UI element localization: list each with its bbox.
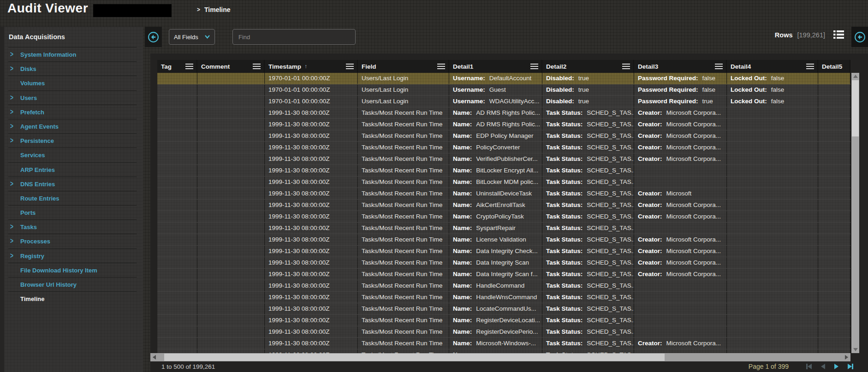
column-header-timestamp[interactable]: Timestamp↑ [265,60,358,73]
field-selector-dropdown[interactable]: All Fields [169,29,215,45]
sidebar-item-label: Processes [20,234,50,248]
column-header-tag[interactable]: Tag [157,60,197,73]
sidebar-item-arp-entries[interactable]: ARP Entries [8,162,137,177]
table-row[interactable]: 1999-11-30 08:00:00ZTasks/Most Recent Ru… [157,292,850,303]
vertical-scrollbar-thumb[interactable] [852,80,859,136]
detail-label: Task Status: [546,190,583,197]
scroll-up-arrow-icon[interactable] [853,75,858,78]
sidebar-item-dns-entries[interactable]: >DNS Entries [8,177,137,191]
next-page-button[interactable] [834,364,838,369]
table-row[interactable]: 1999-11-30 08:00:00ZTasks/Most Recent Ru… [157,154,850,165]
column-header-detail3[interactable]: Detail3 [634,60,727,73]
sidebar-item-file-download-history-item[interactable]: File Download History Item [8,263,137,277]
sidebar-item-volumes[interactable]: Volumes [8,76,137,90]
horizontal-scrollbar[interactable] [150,353,850,361]
table-row[interactable]: 1999-11-30 08:00:00ZTasks/Most Recent Ru… [157,257,850,269]
find-input[interactable] [232,29,356,45]
column-menu-icon[interactable] [715,64,723,69]
column-header-detail1[interactable]: Detail1 [449,60,542,73]
table-row[interactable]: 1999-11-30 08:00:00ZTasks/Most Recent Ru… [157,269,850,280]
tag-cell [157,303,197,314]
column-header-detail5[interactable]: Detail5 [818,60,850,73]
table-row[interactable]: 1999-11-30 08:00:00ZTasks/Most Recent Ru… [157,119,850,130]
circle-arrow-left-icon [854,31,866,43]
column-header-comment[interactable]: Comment [197,60,265,73]
sidebar-item-processes[interactable]: >Processes [8,234,137,248]
table-row[interactable]: 1999-11-30 08:00:00ZTasks/Most Recent Ru… [157,280,850,292]
table-body: 1970-01-01 00:00:00ZUsers/Last LoginUser… [157,73,850,353]
sidebar-item-tasks[interactable]: >Tasks [8,219,137,234]
first-page-button[interactable] [806,364,812,369]
table-row[interactable]: 1999-11-30 08:00:00ZTasks/Most Recent Ru… [157,142,850,154]
table-row[interactable]: 1999-11-30 08:00:00ZTasks/Most Recent Ru… [157,130,850,142]
detail-value: PolicyConverter [476,144,520,151]
table-row[interactable]: 1999-11-30 08:00:00ZTasks/Most Recent Ru… [157,165,850,177]
table-row[interactable]: 1999-11-30 08:00:00ZTasks/Most Recent Ru… [157,234,850,246]
detail3-cell: Creator:Microsoft Corpora... [634,257,727,268]
column-menu-icon[interactable] [437,64,445,69]
column-menu-icon[interactable] [806,64,814,69]
detail-value: SCHED_S_TAS... [587,271,634,278]
column-header-detail2[interactable]: Detail2 [542,60,634,73]
sidebar-item-users[interactable]: >Users [8,90,137,105]
column-header-field[interactable]: Field [358,60,449,73]
scroll-left-arrow-icon[interactable] [153,355,156,360]
list-view-button[interactable] [833,30,844,39]
breadcrumb-current: Timeline [204,6,231,13]
column-menu-icon[interactable] [185,64,193,69]
column-menu-icon[interactable] [253,64,261,69]
sidebar-item-agent-events[interactable]: >Agent Events [8,119,137,133]
detail-value: RegisterDevicePerio... [476,328,538,335]
detail2-cell: Task Status:SCHED_S_TAS... [542,349,634,353]
table-row[interactable]: 1999-11-30 08:00:00ZTasks/Most Recent Ru… [157,315,850,326]
table-row[interactable]: 1999-11-30 08:00:00ZTasks/Most Recent Ru… [157,107,850,119]
sidebar-item-prefetch[interactable]: >Prefetch [8,105,137,119]
sidebar-item-route-entries[interactable]: Route Entries [8,191,137,205]
table-row[interactable]: 1999-11-30 08:00:00ZTasks/Most Recent Ru… [157,211,850,223]
table-row[interactable]: 1999-11-30 08:00:00ZTasks/Most Recent Ru… [157,200,850,211]
detail4-cell [727,246,818,257]
table-row[interactable]: 1970-01-01 00:00:00ZUsers/Last LoginUser… [157,84,850,96]
column-header-detail4[interactable]: Detail4 [727,60,818,73]
sidebar-item-label: ARP Entries [20,163,55,177]
column-menu-icon[interactable] [530,64,538,69]
column-menu-icon[interactable] [346,64,354,69]
sidebar-item-ports[interactable]: Ports [8,205,137,219]
field-cell: Tasks/Most Recent Run Time [358,188,449,199]
detail-label: Name: [453,294,472,301]
table-row[interactable]: 1999-11-30 08:00:00ZTasks/Most Recent Ru… [157,177,850,188]
sidebar-item-timeline[interactable]: Timeline [8,291,137,306]
table-row[interactable]: 1999-11-30 08:00:00ZTasks/Most Recent Ru… [157,326,850,338]
table-row[interactable]: 1970-01-01 00:00:00ZUsers/Last LoginUser… [157,73,850,84]
previous-page-button[interactable] [821,364,825,369]
comment-cell [197,292,265,303]
tag-cell [157,73,197,84]
scroll-down-arrow-icon[interactable] [853,348,858,351]
column-menu-icon[interactable] [622,64,630,69]
collapse-sidebar-button[interactable] [145,27,162,47]
table-row[interactable]: 1999-11-30 08:00:00ZTasks/Most Recent Ru… [157,303,850,315]
scroll-right-arrow-icon[interactable] [845,355,848,360]
detail-label: Password Required: [638,98,698,105]
sidebar-item-registry[interactable]: >Registry [8,248,137,263]
table-row[interactable]: 1999-11-30 08:00:00ZTasks/Most Recent Ru… [157,349,850,353]
timestamp-cell: 1999-11-30 08:00:00Z [265,234,358,245]
table-row[interactable]: 1999-11-30 08:00:00ZTasks/Most Recent Ru… [157,188,850,200]
table-row[interactable]: 1999-11-30 08:00:00ZTasks/Most Recent Ru… [157,338,850,349]
table-row[interactable]: 1970-01-01 00:00:00ZUsers/Last LoginUser… [157,96,850,107]
sidebar-item-disks[interactable]: >Disks [8,61,137,76]
sidebar-item-services[interactable]: Services [8,148,137,162]
horizontal-scrollbar-thumb[interactable] [164,354,665,361]
detail2-cell: Task Status:SCHED_S_TAS... [542,292,634,303]
sidebar-item-persistence[interactable]: >Persistence [8,133,137,148]
table-row[interactable]: 1999-11-30 08:00:00ZTasks/Most Recent Ru… [157,246,850,257]
sidebar-item-browser-url-history[interactable]: Browser Url History [8,277,137,291]
vertical-scrollbar[interactable] [851,73,859,353]
last-page-button[interactable] [848,364,853,369]
collapse-panel-button[interactable] [851,27,868,47]
tag-cell [157,338,197,349]
timestamp-cell: 1999-11-30 08:00:00Z [265,338,358,349]
table-row[interactable]: 1999-11-30 08:00:00ZTasks/Most Recent Ru… [157,223,850,234]
detail2-cell: Task Status:SCHED_S_TAS... [542,280,634,291]
sidebar-item-system-information[interactable]: >System Information [8,47,137,61]
